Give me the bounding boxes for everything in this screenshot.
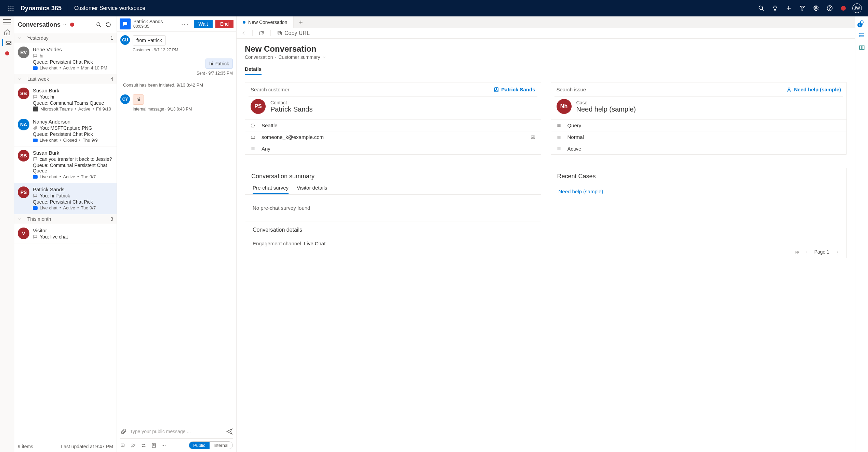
issue-card: Search issue Need help (sample) Nh Case … [551,82,847,155]
scope-toggle[interactable]: Public Internal [189,441,233,449]
field-row[interactable]: Any [245,143,541,154]
conversation-group-header[interactable]: Yesterday1 [14,33,117,43]
chevron-down-icon[interactable] [63,23,67,27]
scope-internal[interactable]: Internal [210,442,232,449]
svg-point-1 [11,6,12,7]
conversation-group-header[interactable]: Last week4 [14,74,117,84]
add-icon[interactable] [782,1,796,15]
new-tab-button[interactable] [294,16,308,28]
message-meta: Sent · 9/7 12:35 PM [120,71,233,76]
filter-icon[interactable] [796,1,809,15]
case-label: Case [576,100,636,105]
message-meta: Internal message · 9/13 8:43 PM [133,107,233,112]
svg-line-10 [762,9,764,11]
message-meta: Customer · 9/7 12:27 PM [133,48,233,52]
live-chat-icon [120,18,131,29]
conversation-item[interactable]: NANancy AndersonYou: MSFTCapture.PNGQueu… [14,115,117,146]
attach-icon[interactable] [120,428,126,435]
svg-point-3 [9,8,10,9]
chat-panel: Patrick Sands 00:09:35 ··· Wait End CUfr… [117,16,237,452]
presence-indicator [837,1,850,15]
conversation-item[interactable]: SBSusan Burkcan you transfer it back to … [14,146,117,183]
unread-dot [70,23,74,27]
smart-assist-icon[interactable]: 4 [859,20,865,26]
customer-link[interactable]: Patrick Sands [494,87,535,92]
recent-cases-card: Recent Cases Need help (sample) ⏮ ← Page… [551,168,847,258]
section-tab-details[interactable]: Details [245,66,262,75]
svg-point-21 [134,444,135,445]
search-icon[interactable] [94,20,104,29]
tab-new-conversation[interactable]: New Conversation [237,16,294,28]
search-icon[interactable] [755,1,768,15]
recent-cases-title: Recent Cases [551,168,847,185]
page-next-icon[interactable]: → [834,249,839,255]
home-icon[interactable] [4,29,11,36]
breadcrumb-dropdown[interactable]: Customer summary [278,54,320,60]
settings-icon[interactable] [809,1,823,15]
tab-visitor-details[interactable]: Visitor details [297,185,327,194]
svg-point-41 [788,88,790,89]
svg-point-55 [859,35,860,36]
contact-name[interactable]: Patrick Sands [270,105,312,113]
back-icon[interactable] [241,31,246,36]
transfer-icon[interactable] [141,443,146,448]
help-icon[interactable] [823,1,837,15]
menu-toggle-icon[interactable] [3,19,11,25]
contact-avatar: PS [251,99,266,114]
conversations-title: Conversations [18,21,61,28]
message-input[interactable] [130,429,223,434]
last-updated: Last updated at 9:47 PM [61,444,113,449]
conversation-group-header[interactable]: This month3 [14,214,117,224]
field-row[interactable]: Active [551,143,847,154]
open-new-window-icon[interactable] [259,30,264,36]
detail-panel: New Conversation Copy URL New Conversati… [237,16,855,452]
svg-point-7 [11,10,12,11]
field-row[interactable]: Normal [551,131,847,143]
refresh-icon[interactable] [104,20,113,29]
svg-point-14 [815,8,817,9]
brand-label: Dynamics 365 [21,5,62,12]
send-icon[interactable] [226,428,233,435]
wait-button[interactable]: Wait [194,20,213,28]
conversation-item[interactable]: VVisitorYou: live chat [14,224,117,244]
search-customer-label: Search customer [251,87,289,92]
case-name[interactable]: Need help (sample) [576,105,636,113]
knowledge-icon[interactable] [859,44,865,51]
page-first-icon[interactable]: ⏮ [795,249,800,255]
system-message: Consult has been initiated. 9/13 8:42 PM [120,82,233,88]
conversation-item[interactable]: SBSusan BurkYou: hiQueue: Communal Teams… [14,84,117,115]
notes-icon[interactable] [151,443,157,448]
scope-public[interactable]: Public [189,442,209,449]
quick-reply-icon[interactable] [120,443,126,448]
copy-url-button[interactable]: Copy URL [277,30,310,36]
app-launcher-icon[interactable] [4,1,18,15]
end-button[interactable]: End [215,20,233,28]
conversations-panel: Conversations Yesterday1RVRene ValdeshiQ… [14,16,117,452]
recent-case-link[interactable]: Need help (sample) [551,185,847,198]
field-row[interactable]: Seattle [245,119,541,131]
inbox-icon[interactable] [2,39,12,46]
consult-icon[interactable] [131,443,136,448]
overflow-icon[interactable]: ··· [161,442,166,449]
conversation-item[interactable]: RVRene ValdeshiQueue: Persistent Chat Pi… [14,43,117,74]
svg-point-8 [13,10,14,11]
svg-point-17 [97,23,100,26]
chat-message: hi Patrick [120,59,233,69]
card-icon[interactable] [531,135,535,140]
svg-point-9 [759,6,763,10]
breadcrumb: Conversation· Customer summary [245,54,847,60]
svg-point-4 [11,8,12,9]
more-icon[interactable]: ··· [179,20,191,28]
svg-rect-29 [279,32,281,35]
issue-link[interactable]: Need help (sample) [786,87,841,92]
engagement-channel-label: Engagement channel [253,241,304,246]
lightbulb-icon[interactable] [768,1,782,15]
conversation-item[interactable]: PSPatrick SandsYou: hi PatrickQueue: Per… [14,183,117,214]
user-avatar[interactable]: JW [850,1,864,15]
field-row[interactable]: Query [551,119,847,131]
agent-scripts-icon[interactable] [859,32,865,38]
field-row[interactable]: someone_k@example.com [245,131,541,143]
page-prev-icon[interactable]: ← [805,249,810,255]
smart-assist-badge: 4 [857,23,862,27]
tab-prechat-survey[interactable]: Pre-chat survey [253,185,289,194]
